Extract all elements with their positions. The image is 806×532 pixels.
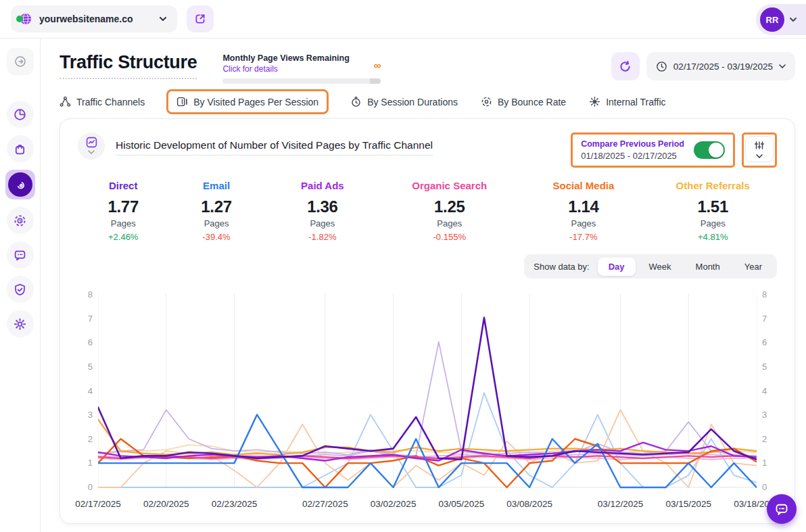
x-tick-label: 03/15/2025 (665, 499, 711, 509)
chart-card: Historic Development of Number of Visite… (60, 118, 795, 524)
chart-title: Historic Development of Number of Visite… (116, 139, 433, 155)
active-indicator (8, 172, 32, 197)
sidebar-item-security[interactable] (7, 276, 34, 303)
network-nodes-icon (60, 96, 71, 107)
open-site-button[interactable] (187, 5, 214, 32)
y-tick-label: 2 (762, 434, 767, 444)
stat-direct: Direct 1.77 Pages +2.46% (78, 180, 168, 242)
y-axis-left: 876543210 (78, 289, 98, 492)
sidebar-item-sessions[interactable] (7, 207, 34, 234)
quota-details-link[interactable]: Click for details (222, 64, 381, 74)
chevron-down-icon (790, 16, 797, 23)
y-tick-label: 6 (88, 337, 93, 347)
y-tick-label: 3 (762, 410, 767, 420)
report-tabs: Traffic Channels By Visited Pages Per Se… (41, 84, 806, 114)
x-tick-label: 03/12/2025 (598, 499, 644, 509)
bounce-target-icon (481, 96, 492, 107)
granularity-month[interactable]: Month (685, 258, 731, 276)
pie-chart-icon (14, 108, 26, 121)
tab-by-session-durations[interactable]: By Session Durations (350, 96, 458, 107)
user-avatar: RR (760, 7, 784, 32)
chart-type-selector[interactable] (78, 132, 105, 160)
chart-plot-area (98, 289, 757, 492)
sidebar-item-store[interactable] (7, 135, 34, 162)
chat-bubble-icon (775, 502, 788, 516)
traffic-radar-icon (14, 178, 26, 191)
x-tick-label: 02/17/2025 (75, 499, 121, 509)
settings-gear-icon (14, 318, 26, 331)
y-tick-label: 7 (88, 314, 93, 324)
chevron-down-icon (88, 149, 95, 155)
status-dot (16, 16, 23, 22)
date-range-value: 02/17/2025 - 03/19/2025 (673, 62, 773, 72)
granularity-year[interactable]: Year (734, 258, 773, 276)
sidebar-item-settings[interactable] (7, 310, 34, 337)
sidebar-collapse-button[interactable] (7, 48, 34, 75)
x-axis-labels: 02/17/202502/20/202502/23/202502/27/2025… (98, 496, 757, 514)
y-tick-label: 4 (762, 386, 767, 396)
chevron-down-icon (756, 153, 763, 160)
compare-range: 01/18/2025 - 02/17/2025 (581, 151, 684, 161)
internal-traffic-icon (589, 96, 600, 107)
granularity-label: Show data by: (534, 262, 589, 272)
y-tick-label: 7 (762, 314, 767, 324)
line-chart[interactable]: 876543210 876543210 (78, 289, 777, 492)
main-content: Traffic Structure Monthly Page Views Rem… (41, 39, 806, 532)
site-domain: yourwebsitename.co (39, 14, 153, 24)
chevron-down-icon (779, 63, 786, 70)
y-tick-label: 8 (88, 289, 93, 299)
date-range-picker[interactable]: 02/17/2025 - 03/19/2025 (646, 52, 795, 80)
y-tick-label: 5 (88, 362, 93, 372)
tab-by-visited-pages[interactable]: By Visited Pages Per Session (166, 89, 329, 114)
x-tick-label: 03/05/2025 (439, 499, 485, 509)
compare-label: Compare Previous Period (581, 139, 684, 149)
sliders-icon (753, 140, 765, 151)
sidebar (0, 39, 41, 532)
chart-settings-button[interactable] (745, 136, 774, 162)
x-tick-label: 03/02/2025 (371, 499, 417, 509)
clock-icon (656, 61, 667, 72)
y-tick-label: 6 (762, 337, 767, 347)
quota-progress-bar (222, 78, 381, 84)
compare-toggle[interactable] (694, 141, 725, 159)
pageviews-quota: Monthly Page Views Remaining Click for d… (222, 53, 381, 84)
tab-by-bounce-rate[interactable]: By Bounce Rate (481, 96, 566, 107)
topbar: yourwebsitename.co RR (0, 0, 806, 39)
y-tick-label: 0 (88, 482, 93, 492)
stat-organic-search: Organic Search 1.25 Pages -0.155% (381, 180, 518, 242)
shield-check-icon (14, 283, 26, 296)
refresh-icon (619, 60, 632, 73)
y-tick-label: 8 (762, 289, 767, 299)
granularity-week[interactable]: Week (638, 258, 682, 276)
support-chat-button[interactable] (767, 494, 797, 524)
y-tick-label: 2 (88, 434, 93, 444)
session-camera-icon (14, 214, 26, 227)
x-tick-label: 02/27/2025 (302, 499, 348, 509)
x-tick-label: 03/08/2025 (506, 499, 552, 509)
site-selector[interactable]: yourwebsitename.co (11, 5, 177, 32)
page-header: Traffic Structure Monthly Page Views Rem… (41, 39, 806, 84)
granularity-day[interactable]: Day (598, 258, 636, 276)
sidebar-item-overview[interactable] (7, 101, 34, 128)
tab-traffic-channels[interactable]: Traffic Channels (60, 96, 145, 107)
x-tick-label: 02/23/2025 (212, 499, 258, 509)
y-tick-label: 3 (88, 410, 93, 420)
annotation-box-settings (742, 132, 777, 168)
chat-bubble-icon (14, 249, 26, 262)
shopping-bag-icon (14, 143, 26, 155)
page-title: Traffic Structure (60, 52, 197, 79)
external-link-icon (194, 13, 206, 25)
sidebar-item-traffic[interactable] (5, 170, 35, 199)
tab-internal-traffic[interactable]: Internal Traffic (589, 96, 665, 107)
refresh-button[interactable] (611, 52, 640, 80)
x-tick-label: 02/20/2025 (143, 499, 189, 509)
stat-social-media: Social Media 1.14 Pages -17.7% (518, 180, 648, 242)
user-menu[interactable]: RR (756, 4, 806, 35)
granularity-switch: Show data by: Day Week Month Year (524, 254, 777, 279)
stopwatch-icon (350, 96, 362, 107)
sidebar-item-feedback[interactable] (7, 241, 34, 268)
stat-paid-ads: Paid Ads 1.36 Pages -1.82% (264, 180, 381, 242)
stat-other-referrals: Other Referrals 1.51 Pages +4.81% (648, 180, 777, 242)
site-favicon-globe-icon (18, 11, 32, 26)
line-chart-icon (86, 137, 97, 148)
